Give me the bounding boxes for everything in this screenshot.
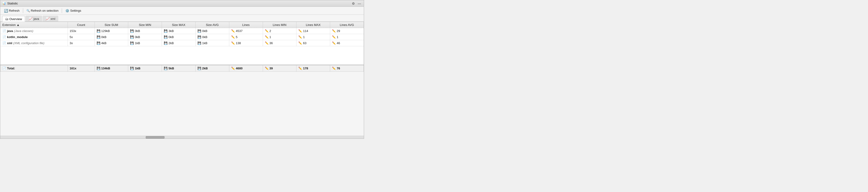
table-row[interactable]: 📄 kotlin_module 5x 💾0kB 💾0kB 💾0kB: [0, 34, 364, 40]
settings-button[interactable]: ⚙️ Settings: [63, 8, 83, 13]
scrollbar-thumb[interactable]: [146, 136, 164, 139]
cell-total-lines-min: ✏️39: [263, 65, 297, 72]
cell-count-java: 153x: [68, 28, 95, 34]
floppy-icon: 💾: [130, 41, 134, 45]
floppy-icon: 💾: [97, 41, 100, 45]
cell-total-lines-max: ✏️178: [297, 65, 330, 72]
ext-name-java: java: [7, 29, 13, 33]
floppy-icon: 💾: [97, 35, 100, 39]
settings-gear-button[interactable]: ⚙: [351, 1, 356, 6]
ext-desc-xml: (XML configuration file): [13, 41, 44, 45]
cell-size-max-java: 💾3kB: [162, 28, 195, 34]
pencil-icon: ✏️: [265, 29, 269, 33]
overview-icon: 🗂: [5, 17, 8, 21]
cell-total-size-max: 💾5kB: [162, 65, 195, 72]
sort-icon: ▲: [17, 23, 20, 27]
cell-total-lines-avg: ✏️76: [330, 65, 364, 72]
cell-size-max-kotlin: 💾0kB: [162, 34, 195, 40]
file-icon-xml: 📄: [2, 41, 6, 45]
header-lines-max[interactable]: Lines MAX: [297, 22, 330, 28]
cell-size-max-xml: 💾2kB: [162, 40, 195, 46]
header-size-avg[interactable]: Size AVG: [195, 22, 229, 28]
cell-total-size-sum: 💾134kB: [95, 65, 128, 72]
floppy-icon: 💾: [197, 29, 201, 33]
cell-lines-java: ✏️4537: [229, 28, 263, 34]
tab-xml-label: xml: [51, 17, 55, 21]
table-body: 📄 java (Java classes) 153x 💾129kB 💾0kB: [0, 28, 364, 72]
floppy-icon: 💾: [164, 35, 167, 39]
cell-size-sum-kotlin: 💾0kB: [95, 34, 128, 40]
main-content: Extension ▲ Count Size SUM Size MIN Size…: [0, 22, 364, 139]
cell-lines-min-kotlin: ✏️1: [263, 34, 297, 40]
cell-size-sum-xml: 💾4kB: [95, 40, 128, 46]
cell-extension-kotlin: 📄 kotlin_module: [0, 34, 68, 40]
pencil-icon: ✏️: [332, 35, 336, 39]
file-icon-java: 📄: [2, 29, 6, 33]
floppy-icon: 💾: [130, 67, 134, 70]
tab-java[interactable]: 📈 java: [26, 16, 42, 22]
header-size-max[interactable]: Size MAX: [162, 22, 195, 28]
toolbar-separator-2: [62, 8, 62, 13]
cell-size-min-java: 💾0kB: [128, 28, 162, 34]
tab-overview[interactable]: 🗂 Overview: [2, 16, 25, 22]
header-extension[interactable]: Extension ▲: [0, 22, 68, 28]
table-header: Extension ▲ Count Size SUM Size MIN Size…: [0, 22, 364, 28]
refresh-selection-label: Refresh on selection: [31, 9, 59, 12]
floppy-icon: 💾: [130, 35, 134, 39]
magnifier-icon: 🔍: [26, 9, 30, 12]
refresh-button[interactable]: 🔄 Refresh: [2, 8, 22, 13]
pencil-icon: ✏️: [231, 29, 235, 33]
statistic-window: 📊 Statistic ⚙ — 🔄 Refresh 🔍 Refresh on s…: [0, 0, 364, 139]
header-lines-min[interactable]: Lines MIN: [263, 22, 297, 28]
toolbar-separator-1: [23, 8, 23, 13]
tab-xml[interactable]: 📈 xml: [42, 16, 58, 22]
pencil-icon: ✏️: [231, 35, 235, 39]
pencil-icon: ✏️: [332, 41, 336, 45]
cell-lines-avg-java: ✏️29: [330, 28, 364, 34]
window-title: Statistic: [7, 2, 18, 5]
cell-count-kotlin: 5x: [68, 34, 95, 40]
cell-lines-xml: ✏️138: [229, 40, 263, 46]
floppy-icon: 💾: [97, 67, 100, 70]
horizontal-scrollbar[interactable]: [0, 136, 364, 139]
table-row[interactable]: 📄 java (Java classes) 153x 💾129kB 💾0kB: [0, 28, 364, 34]
spacer-row: [0, 46, 364, 65]
title-icon: 📊: [2, 2, 6, 5]
header-size-min[interactable]: Size MIN: [128, 22, 162, 28]
settings-icon: ⚙️: [65, 9, 69, 13]
cell-lines-min-xml: ✏️36: [263, 40, 297, 46]
title-bar: 📊 Statistic ⚙ —: [0, 0, 364, 7]
refresh-selection-button[interactable]: 🔍 Refresh on selection: [25, 8, 61, 13]
floppy-icon: 💾: [164, 41, 167, 45]
cell-lines-avg-kotlin: ✏️1: [330, 34, 364, 40]
cell-size-avg-kotlin: 💾0kB: [195, 34, 229, 40]
tab-overview-label: Overview: [9, 17, 22, 21]
cell-size-min-kotlin: 💾0kB: [128, 34, 162, 40]
header-size-sum[interactable]: Size SUM: [95, 22, 128, 28]
pencil-icon: ✏️: [265, 35, 269, 39]
cell-extension-java: 📄 java (Java classes): [0, 28, 68, 34]
cell-size-min-xml: 💾1kB: [128, 40, 162, 46]
file-icon-kotlin: 📄: [2, 35, 6, 39]
header-lines-avg[interactable]: Lines AVG: [330, 22, 364, 28]
statistics-table: Extension ▲ Count Size SUM Size MIN Size…: [0, 22, 364, 72]
java-tab-icon: 📈: [29, 17, 33, 21]
header-count[interactable]: Count: [68, 22, 95, 28]
cell-lines-max-xml: ✏️63: [297, 40, 330, 46]
cell-size-avg-xml: 💾1kB: [195, 40, 229, 46]
cell-lines-max-java: ✏️114: [297, 28, 330, 34]
floppy-icon: 💾: [164, 29, 167, 33]
cell-total-lines: ✏️4680: [229, 65, 263, 72]
pencil-icon: ✏️: [298, 41, 302, 45]
floppy-icon: 💾: [97, 29, 100, 33]
ext-name-xml: xml: [7, 41, 12, 45]
tab-java-label: java: [33, 17, 39, 21]
title-bar-left: 📊 Statistic: [2, 2, 18, 5]
pencil-icon: ✏️: [231, 41, 235, 45]
title-bar-right: ⚙ —: [351, 1, 362, 6]
table-row[interactable]: 📄 xml (XML configuration file) 3x 💾4kB 💾…: [0, 40, 364, 46]
minimize-button[interactable]: —: [357, 1, 362, 6]
pencil-icon: ✏️: [231, 67, 235, 70]
pencil-icon: ✏️: [298, 29, 302, 33]
header-lines[interactable]: Lines: [229, 22, 263, 28]
